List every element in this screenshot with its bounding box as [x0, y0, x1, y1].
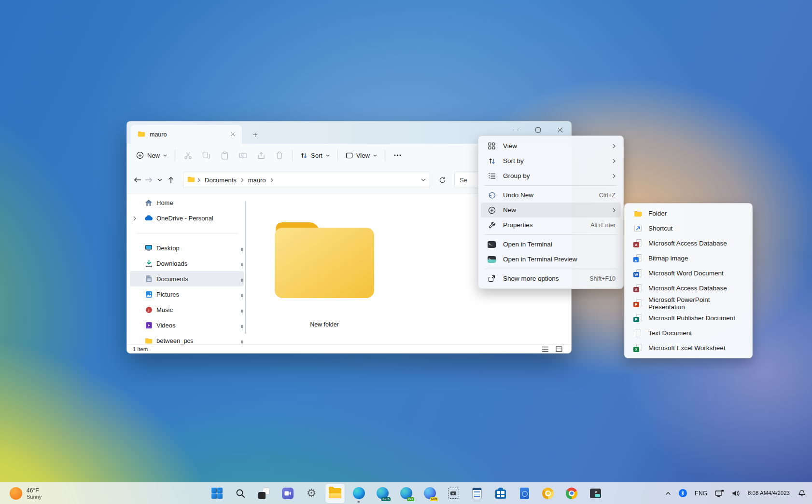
edge-canary-button[interactable]: CAN	[420, 484, 439, 503]
submenu-item-publisher-document[interactable]: P Microsoft Publisher Document	[627, 311, 750, 326]
settings-button[interactable]: ⚙	[302, 484, 321, 503]
microsoft-store-button[interactable]	[491, 484, 510, 503]
rename-button[interactable]: A	[235, 147, 251, 163]
tray-overflow-button[interactable]	[663, 485, 673, 502]
folder-icon	[144, 338, 153, 344]
volume-button[interactable]	[730, 485, 742, 502]
chrome-canary-button[interactable]	[538, 484, 558, 503]
sidebar-item-music[interactable]: ♪ Music	[130, 302, 244, 317]
navigation-pane: Home OneDrive - Personal Deskt	[127, 194, 247, 344]
language-indicator[interactable]: ENG	[693, 485, 709, 502]
folder-icon	[138, 131, 145, 138]
sidebar-item-home[interactable]: Home	[130, 195, 244, 210]
folder-icon	[632, 210, 643, 217]
menu-item-properties[interactable]: Properties Alt+Enter	[481, 218, 621, 232]
copy-button[interactable]	[198, 147, 214, 163]
menu-item-open-in-terminal-preview[interactable]: Open in Terminal Preview	[481, 252, 621, 267]
clock[interactable]: 8:08 AM 4/4/2023	[746, 485, 792, 502]
view-button-label: View	[356, 152, 370, 159]
details-view-icon[interactable]	[542, 346, 549, 352]
sun-icon	[10, 487, 22, 500]
share-button[interactable]	[253, 147, 269, 163]
explorer-tab[interactable]: mauro	[131, 125, 242, 144]
menu-separator	[485, 234, 617, 235]
menu-item-open-in-terminal[interactable]: Open in Terminal	[481, 237, 621, 252]
refresh-button[interactable]	[435, 173, 449, 187]
notifications-button[interactable]: z	[796, 485, 808, 502]
sidebar-item-downloads[interactable]: Downloads	[130, 256, 244, 271]
address-dropdown-icon[interactable]	[421, 178, 426, 181]
paste-button[interactable]	[216, 147, 233, 163]
submenu-item-powerpoint-presentation[interactable]: P Microsoft PowerPoint Presentation	[627, 296, 750, 311]
submenu-item-access-database[interactable]: A Microsoft Access Database	[627, 236, 750, 251]
documents-icon	[144, 275, 153, 283]
videos-icon	[144, 322, 153, 329]
back-button[interactable]	[132, 173, 143, 187]
sidebar-separator	[127, 226, 247, 240]
menu-item-show-more-options[interactable]: Show more options Shift+F10	[481, 271, 621, 286]
menu-item-group-by[interactable]: Group by	[481, 168, 621, 183]
sidebar-item-videos[interactable]: Videos	[130, 317, 244, 333]
bluetooth-button[interactable]	[677, 485, 689, 502]
delete-button[interactable]	[271, 147, 288, 163]
undo-icon	[487, 192, 497, 199]
system-tray: ENG 8:08 AM 4/4/2023 z	[663, 482, 808, 504]
sidebar-item-onedrive[interactable]: OneDrive - Personal	[130, 210, 244, 226]
sidebar-item-documents[interactable]: Documents	[130, 271, 244, 286]
tab-title: mauro	[150, 131, 167, 138]
submenu-item-folder[interactable]: Folder	[627, 206, 750, 221]
tab-close-icon[interactable]	[227, 129, 238, 140]
new-tab-button[interactable]	[249, 128, 261, 141]
submenu-item-bitmap-image[interactable]: Bitmap image	[627, 251, 750, 266]
chat-button[interactable]	[278, 484, 297, 503]
menu-item-undo-new[interactable]: Undo New Ctrl+Z	[481, 188, 621, 203]
onedrive-icon	[144, 215, 153, 221]
breadcrumb[interactable]: Documents mauro	[183, 172, 430, 188]
taskbar-search-button[interactable]	[231, 484, 250, 503]
more-options-button[interactable]	[390, 147, 406, 163]
weather-widget-button[interactable]: 46°F Sunny	[6, 482, 45, 504]
new-button[interactable]: New	[132, 147, 171, 163]
menu-item-new[interactable]: New	[481, 203, 621, 218]
edge-button[interactable]	[349, 484, 368, 503]
submenu-item-excel-worksheet[interactable]: X Microsoft Excel Worksheet	[627, 341, 750, 355]
ellipsis-icon	[394, 154, 401, 156]
sidebar-item-between-pcs[interactable]: between_pcs	[130, 333, 244, 344]
forward-button[interactable]	[143, 173, 154, 187]
submenu-chevron-icon	[613, 174, 616, 178]
cut-button[interactable]	[180, 147, 196, 163]
edge-dev-button[interactable]: DEV	[396, 484, 416, 503]
dev-home-button[interactable]	[515, 484, 534, 503]
chrome-button[interactable]	[562, 484, 581, 503]
file-new-folder[interactable]: New folder	[270, 213, 379, 328]
submenu-item-word-document[interactable]: W Microsoft Word Document	[627, 266, 750, 281]
task-view-button[interactable]	[254, 484, 274, 503]
breadcrumb-item-documents[interactable]: Documents	[203, 177, 238, 184]
sidebar-item-pictures[interactable]: Pictures	[130, 286, 244, 302]
view-button[interactable]: View	[341, 147, 381, 163]
word-file-icon: W	[632, 269, 643, 277]
breadcrumb-item-mauro[interactable]: mauro	[246, 177, 268, 184]
edge-beta-button[interactable]: BETA	[373, 484, 392, 503]
recent-locations-button[interactable]	[154, 173, 165, 187]
search-icon	[235, 488, 246, 499]
submenu-item-text-document[interactable]: Text Document	[627, 326, 750, 341]
expand-chevron-icon[interactable]	[133, 215, 136, 222]
up-button[interactable]	[165, 173, 176, 187]
sidebar-scrollbar[interactable]	[245, 201, 246, 334]
bitmap-file-icon	[632, 254, 643, 262]
snipping-tool-button[interactable]	[444, 484, 463, 503]
terminal-button[interactable]	[586, 484, 605, 503]
menu-item-view[interactable]: View	[481, 138, 621, 153]
submenu-item-shortcut[interactable]: Shortcut	[627, 221, 750, 236]
shortcut-text: Shift+F10	[589, 275, 616, 282]
network-button[interactable]	[713, 485, 726, 502]
notepad-button[interactable]	[467, 484, 487, 503]
sort-button[interactable]: Sort	[296, 147, 334, 163]
sidebar-item-desktop[interactable]: Desktop	[130, 240, 244, 256]
file-explorer-button[interactable]	[325, 484, 345, 503]
menu-item-sort-by[interactable]: Sort by	[481, 153, 621, 168]
submenu-item-access-database-2[interactable]: A Microsoft Access Database	[627, 281, 750, 296]
large-thumbnails-view-icon[interactable]	[556, 346, 562, 352]
start-button[interactable]	[207, 484, 226, 503]
